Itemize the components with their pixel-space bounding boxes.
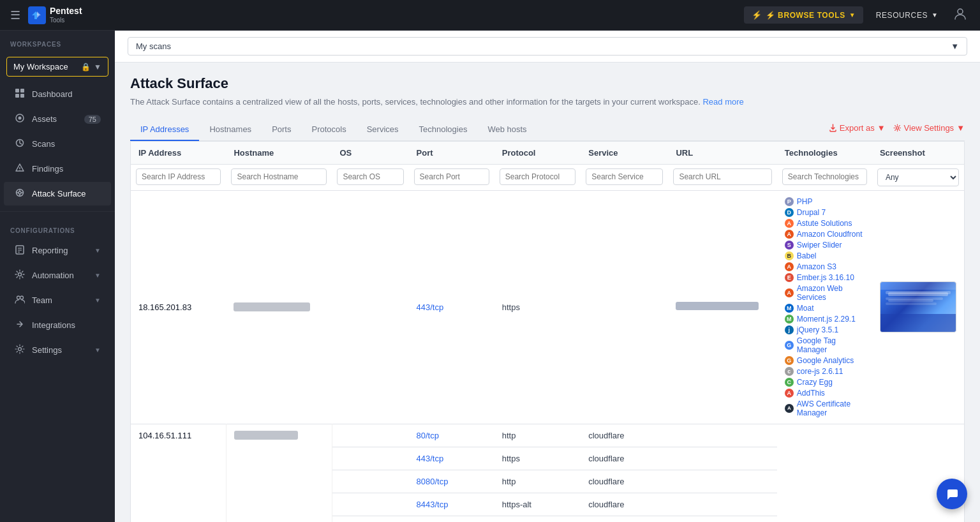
tech-addthis[interactable]: A AddThis [785,389,865,398]
menu-icon[interactable]: ☰ [10,8,20,22]
cell-protocol: http [494,516,581,522]
sidebar-item-settings[interactable]: Settings ▼ [4,338,111,362]
search-url-input[interactable] [673,168,771,185]
export-chevron-icon: ▼ [877,123,886,133]
user-menu-button[interactable] [951,4,970,26]
screenshot-filter-select[interactable]: Any [877,168,959,186]
tech-gtm[interactable]: G Google Tag Manager [785,336,865,354]
svg-point-25 [896,127,898,130]
cell-hostname [226,424,332,522]
cell-os [332,470,408,493]
cell-service: cloudflare [581,493,668,516]
tech-cloudfront[interactable]: A Amazon Cloudfront [785,230,865,239]
search-hostname-input[interactable] [231,168,327,185]
col-header-screenshot: Screenshot [872,142,964,165]
cell-os [332,424,408,447]
tech-drupal[interactable]: D Drupal 7 [785,208,865,217]
sidebar-item-findings[interactable]: Findings [4,157,111,181]
search-ip-input[interactable] [136,168,221,185]
tech-php[interactable]: P PHP [785,197,865,206]
tech-emberjs[interactable]: E Ember.js 3.16.10 [785,273,865,282]
resources-button[interactable]: RESOURCES ▼ [868,7,946,24]
cell-port[interactable]: 8080/tcp [409,470,494,493]
attack-surface-icon [14,188,26,200]
tab-protocols[interactable]: Protocols [301,119,356,141]
tech-babel[interactable]: B Babel [785,251,865,260]
chat-bubble-button[interactable] [937,479,967,509]
tech-awscm[interactable]: A AWS Certificate Manager [785,399,865,417]
findings-icon [14,163,26,175]
scan-dropdown[interactable]: My scans ▼ [128,37,967,56]
tech-moat[interactable]: M Moat [785,304,865,313]
view-settings-button[interactable]: View Settings ▼ [893,123,965,133]
col-header-port: Port [409,142,494,165]
cell-technologies [777,424,872,522]
tab-technologies[interactable]: Technologies [409,119,478,141]
sidebar-item-label: Dashboard [32,89,73,99]
export-button[interactable]: Export as ▼ [829,123,886,133]
hostname-blurred [234,302,310,311]
tech-swiper[interactable]: S Swiper Slider [785,241,865,250]
cell-port[interactable]: 443/tcp [409,447,494,470]
screenshot-thumbnail [880,281,956,332]
sidebar-item-integrations[interactable]: Integrations [4,313,111,337]
search-service-input[interactable] [586,168,663,185]
automation-icon [14,269,26,281]
svg-point-12 [19,191,21,194]
assets-badge: 75 [84,115,101,124]
tech-astute[interactable]: A Astute Solutions [785,219,865,228]
cell-os [332,516,408,522]
tab-ip-addresses[interactable]: IP Addresses [130,119,199,141]
tab-web-hosts[interactable]: Web hosts [477,119,537,141]
search-protocol-input[interactable] [500,168,576,185]
cell-service: cloudflare [581,470,668,493]
cell-service [581,190,668,424]
sidebar-item-reporting[interactable]: Reporting ▼ [4,239,111,262]
cell-technologies: P PHP D Drupal 7 A Astute Solutions [777,190,872,424]
cell-port[interactable]: 443/tcp [409,190,494,424]
scan-dropdown-chevron-icon: ▼ [951,41,959,51]
tab-services[interactable]: Services [357,119,409,141]
search-os-input[interactable] [337,168,403,185]
tech-aws[interactable]: A Amazon Web Services [785,284,865,302]
search-technologies-input[interactable] [782,168,867,185]
cell-port[interactable]: 80/tcp [409,424,494,447]
sidebar-item-automation[interactable]: Automation ▼ [4,264,111,287]
browse-tools-button[interactable]: ⚡ ⚡ BROWSE TOOLS ▼ [744,6,863,24]
search-port-input[interactable] [414,168,489,185]
svg-rect-5 [20,94,24,98]
sidebar-item-label: Automation [32,271,74,280]
svg-point-23 [20,296,24,299]
tech-ga[interactable]: G Google Analytics [785,356,865,365]
tech-amazons3[interactable]: A Amazon S3 [785,262,865,271]
top-nav: ☰ Pentest Tools ⚡ ⚡ BROWSE TOOLS ▼ RESOU… [0,0,980,31]
cell-port[interactable]: 8443/tcp [409,493,494,516]
read-more-link[interactable]: Read more [702,97,743,107]
col-header-os: OS [332,142,408,165]
tech-corejs[interactable]: c core-js 2.6.11 [785,367,865,376]
settings-expand-icon: ▼ [94,347,101,354]
tech-jquery[interactable]: j jQuery 3.5.1 [785,325,865,334]
logo-icon [28,6,46,24]
sidebar-item-attack-surface[interactable]: Attack Surface [4,182,111,205]
sidebar-item-dashboard[interactable]: Dashboard [4,82,111,106]
tab-hostnames[interactable]: Hostnames [199,119,262,141]
view-settings-icon [893,124,902,132]
cell-hostname [226,190,332,424]
workspace-selector[interactable]: My Workspace 🔒 ▼ [6,57,108,77]
hostname-blurred [234,431,298,440]
tabs-list: IP Addresses Hostnames Ports Protocols S… [130,119,829,140]
svg-point-10 [19,170,20,170]
sidebar-item-team[interactable]: Team ▼ [4,288,111,312]
sidebar-item-scans[interactable]: Scans [4,132,111,156]
tab-ports[interactable]: Ports [262,119,301,141]
tech-momentjs[interactable]: M Moment.js 2.29.1 [785,315,865,324]
sidebar-item-assets[interactable]: Assets 75 [4,107,111,131]
cell-service: cloudflare [581,424,668,447]
cell-port[interactable]: 80/tcp [409,516,494,522]
tech-crazyegg[interactable]: C Crazy Egg [785,378,865,387]
sidebar-item-label: Settings [32,345,62,355]
lock-icon: 🔒 [81,63,91,71]
search-row: Any [131,164,964,190]
svg-point-21 [19,273,22,276]
